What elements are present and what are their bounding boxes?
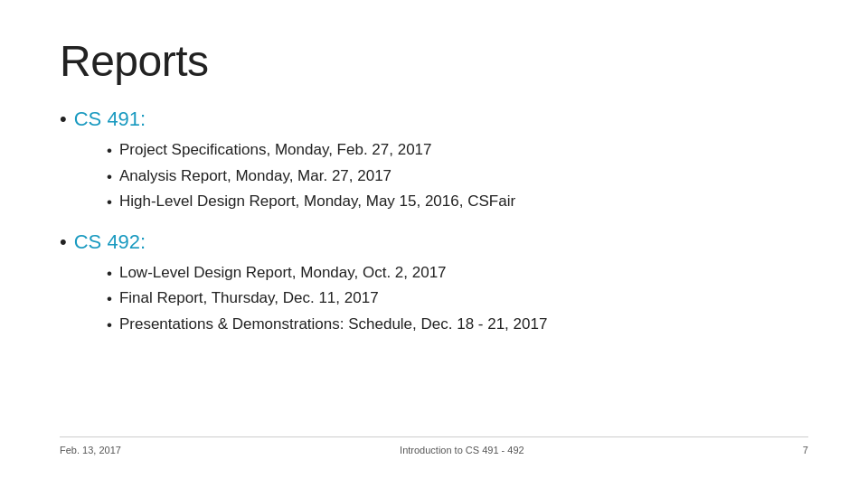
- sub-bullet-1: •: [107, 139, 112, 163]
- section-heading-cs491: • CS 491:: [60, 108, 808, 131]
- sub-item-label: Final Report, Thursday, Dec. 11, 2017: [119, 286, 379, 310]
- list-item: • High-Level Design Report, Monday, May …: [107, 190, 808, 214]
- sub-bullet-5: •: [107, 287, 112, 311]
- sub-bullet-4: •: [107, 262, 112, 286]
- section-cs491: • CS 491: • Project Specifications, Mond…: [60, 108, 808, 214]
- footer-title: Introduction to CS 491 - 492: [400, 445, 524, 455]
- list-item: • Low-Level Design Report, Monday, Oct. …: [107, 261, 808, 286]
- footer-page-number: 7: [803, 445, 808, 455]
- bullet-cs491: •: [60, 108, 67, 131]
- sub-bullet-2: •: [107, 165, 112, 189]
- bullet-cs492: •: [60, 230, 67, 254]
- sub-items-cs491: • Project Specifications, Monday, Feb. 2…: [60, 138, 808, 214]
- sub-item-label: Project Specifications, Monday, Feb. 27,…: [119, 138, 432, 162]
- slide: Reports • CS 491: • Project Specificatio…: [0, 0, 868, 488]
- content-area: • CS 491: • Project Specifications, Mond…: [60, 108, 808, 436]
- sub-item-label: Presentations & Demonstrations: Schedule…: [119, 313, 547, 336]
- section-cs492: • CS 492: • Low-Level Design Report, Mon…: [60, 230, 808, 337]
- slide-footer: Feb. 13, 2017 Introduction to CS 491 - 4…: [60, 436, 808, 455]
- sub-items-cs492: • Low-Level Design Report, Monday, Oct. …: [60, 261, 808, 337]
- section-label-cs491: CS 491:: [74, 108, 146, 131]
- sub-item-label: Low-Level Design Report, Monday, Oct. 2,…: [119, 261, 447, 285]
- section-heading-cs492: • CS 492:: [60, 230, 808, 254]
- list-item: • Analysis Report, Monday, Mar. 27, 2017: [107, 164, 808, 189]
- sub-item-label: Analysis Report, Monday, Mar. 27, 2017: [119, 164, 392, 188]
- sub-bullet-3: •: [107, 191, 112, 214]
- list-item: • Presentations & Demonstrations: Schedu…: [107, 313, 808, 337]
- sub-item-label: High-Level Design Report, Monday, May 15…: [119, 190, 515, 213]
- sub-bullet-6: •: [107, 314, 112, 337]
- section-label-cs492: CS 492:: [74, 230, 146, 254]
- footer-date: Feb. 13, 2017: [60, 445, 121, 455]
- list-item: • Project Specifications, Monday, Feb. 2…: [107, 138, 808, 163]
- list-item: • Final Report, Thursday, Dec. 11, 2017: [107, 286, 808, 311]
- page-title: Reports: [60, 36, 808, 86]
